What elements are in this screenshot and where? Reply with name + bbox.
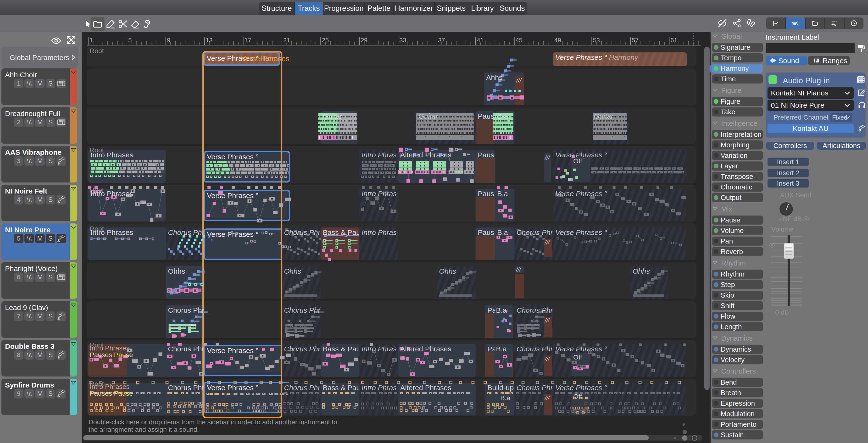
svg-text:9: 9	[167, 37, 170, 44]
svg-text:5: 5	[128, 37, 132, 44]
svg-text:1: 1	[90, 37, 93, 44]
